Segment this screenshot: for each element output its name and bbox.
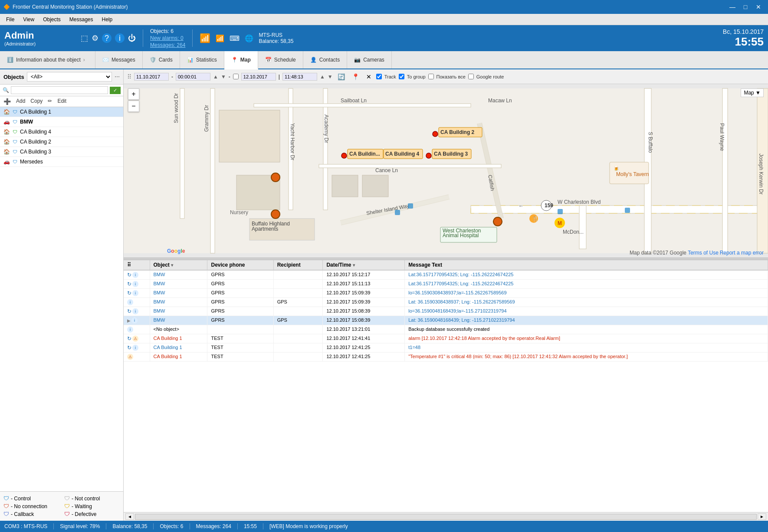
info-msg-icon3[interactable]: i: [132, 290, 138, 296]
refresh-msg-icon8[interactable]: ↻: [127, 336, 131, 342]
info-msg-icon9[interactable]: i: [132, 345, 138, 351]
help-icon[interactable]: ?: [102, 33, 112, 43]
map-type-dropdown[interactable]: Map ▼: [741, 88, 764, 97]
scroll-right-button[interactable]: ►: [758, 513, 766, 520]
power-icon[interactable]: ⏻: [128, 34, 136, 43]
info-msg-icon6[interactable]: i: [131, 317, 138, 323]
menu-messages[interactable]: Messages: [65, 15, 98, 24]
info-msg-icon5[interactable]: i: [132, 308, 138, 314]
col-message-text[interactable]: Message Text: [405, 260, 768, 270]
status-signal: Signal level: 78%: [54, 523, 106, 529]
report-error-link[interactable]: Report a map error: [720, 250, 764, 256]
tab-schedule[interactable]: 📅 Schedule: [258, 51, 303, 69]
edit-button[interactable]: Edit: [57, 98, 66, 105]
object-item-bmw[interactable]: 🚗 🛡 BMW: [0, 117, 123, 127]
info-msg-icon4[interactable]: i: [127, 299, 133, 305]
to-time-input[interactable]: [282, 73, 317, 81]
close-button[interactable]: ✕: [752, 1, 765, 13]
to-group-checkbox[interactable]: [399, 74, 404, 79]
tab-statistics[interactable]: 📊 Statistics: [180, 51, 224, 69]
refresh-msg-icon2[interactable]: ↻: [127, 281, 131, 287]
sidebar-header: Objects <All> CA Building 1 BMW CA Build…: [0, 69, 123, 85]
legend-no-connection: 🛡 - No connection: [3, 503, 59, 509]
object-name: CA Building 2: [20, 139, 51, 145]
zoom-out-button[interactable]: −: [128, 101, 139, 112]
house-icon: 🏠: [3, 109, 10, 115]
schedule-tab-label: Schedule: [274, 57, 296, 63]
show-all-checkbox[interactable]: [428, 74, 434, 79]
col-datetime[interactable]: Date/Time ▾: [323, 260, 405, 270]
search-go-button[interactable]: ✓: [110, 87, 121, 94]
arrow-icon: ▶: [127, 318, 131, 323]
up-arrow2[interactable]: ▲: [320, 74, 325, 80]
col-device-phone[interactable]: Device phone: [207, 260, 273, 270]
tab-cameras[interactable]: 📷 Cameras: [347, 51, 392, 69]
refresh-msg-icon[interactable]: ↻: [127, 272, 131, 278]
map-area[interactable]: W Charleston Blvd S Buffalo Catfish Acad…: [124, 84, 768, 258]
track-checkbox[interactable]: [376, 74, 382, 79]
tab-map[interactable]: 📍 Map: [224, 51, 258, 69]
clear-button[interactable]: ✕: [364, 72, 374, 81]
object-item-ca2[interactable]: 🏠 🛡 CA Building 2: [0, 137, 123, 147]
terms-of-use-link[interactable]: Terms of Use: [688, 250, 719, 256]
refresh-button[interactable]: 🔄: [335, 72, 347, 81]
info-msg-icon7[interactable]: i: [127, 326, 133, 333]
modem-section: 📶 📶 ⌨ 🌐 MTS-RUS Balance: 58,35: [200, 32, 293, 44]
alarm-msg-icon[interactable]: ⚠: [132, 336, 138, 342]
messages-count[interactable]: Messages: 264: [150, 42, 185, 48]
new-alarms[interactable]: New alarms: 0: [150, 35, 185, 41]
settings-icon[interactable]: ⚙: [92, 33, 98, 43]
table-row: ▶ i BMW GPRS GPS 12.10.2017 15:08:39 Lat…: [124, 316, 768, 325]
copy-button[interactable]: Copy: [30, 98, 43, 105]
google-route-checkbox[interactable]: [468, 74, 474, 79]
search-bar: 🔍 ✓: [0, 85, 123, 96]
to-date-input[interactable]: [241, 73, 276, 81]
range-checkbox[interactable]: [233, 74, 239, 79]
car-icon: 🚗: [3, 119, 10, 125]
search-input[interactable]: [11, 86, 108, 94]
object-name: Mersedes: [20, 159, 43, 165]
alarm-msg-icon2[interactable]: ⚠: [127, 354, 133, 360]
sidebar: Objects <All> CA Building 1 BMW CA Build…: [0, 69, 124, 521]
legend-callback-label: - Callback: [11, 511, 34, 517]
maximize-button[interactable]: □: [739, 1, 752, 13]
shield-icon-blue3: 🛡: [13, 139, 17, 144]
table-row: i BMW GPRS GPS 12.10.2017 15:09:39 Lat: …: [124, 298, 768, 307]
info-msg-icon2[interactable]: i: [132, 281, 138, 287]
menu-view[interactable]: View: [19, 15, 39, 24]
logout-icon[interactable]: ⬚: [81, 33, 88, 43]
svg-point-56: [433, 131, 438, 137]
object-item-mersedes[interactable]: 🚗 🛡 Mersedes: [0, 157, 123, 167]
tab-messages[interactable]: ✉️ Messages: [95, 51, 143, 69]
down-arrow[interactable]: ▼: [221, 74, 226, 80]
scroll-left-button[interactable]: ◄: [125, 513, 134, 520]
col-object[interactable]: Object ▾: [150, 260, 207, 270]
info-icon[interactable]: i: [115, 33, 125, 43]
minimize-button[interactable]: —: [726, 1, 738, 13]
map-type-label: Map ▼: [744, 90, 761, 96]
up-arrow[interactable]: ▲: [213, 74, 218, 80]
from-time-input[interactable]: [176, 73, 210, 81]
object-item-ca1[interactable]: 🏠 🛡 CA Building 1: [0, 107, 123, 117]
object-item-ca3[interactable]: 🏠 🛡 CA Building 3: [0, 147, 123, 157]
object-item-ca4[interactable]: 🏠 🛡 CA Building 4: [0, 127, 123, 137]
tab-info[interactable]: ℹ️ Information about the object ›: [0, 51, 95, 69]
menu-file[interactable]: File: [2, 15, 19, 24]
refresh-msg-icon9[interactable]: ↻: [127, 345, 131, 351]
tab-cards[interactable]: 🛡️ Cards: [143, 51, 180, 69]
down-arrow2[interactable]: ▼: [328, 74, 333, 80]
refresh-msg-icon3[interactable]: ↻: [127, 290, 131, 296]
menu-help[interactable]: Help: [98, 15, 117, 24]
from-date-input[interactable]: [134, 73, 169, 81]
add-button[interactable]: Add: [16, 98, 25, 105]
filter-more-button[interactable]: ⋯: [115, 74, 120, 80]
objects-filter-select[interactable]: <All> CA Building 1 BMW CA Building 4 CA…: [27, 72, 112, 82]
info-msg-icon[interactable]: i: [132, 272, 138, 278]
tab-contacts[interactable]: 👤 Contacts: [303, 51, 347, 69]
col-recipient[interactable]: Recipient: [273, 260, 323, 270]
location-button[interactable]: 📍: [350, 72, 361, 81]
zoom-in-button[interactable]: +: [128, 88, 139, 100]
menu-objects[interactable]: Objects: [39, 15, 65, 24]
refresh-msg-icon5[interactable]: ↻: [127, 308, 131, 314]
object-name: BMW: [20, 119, 33, 125]
